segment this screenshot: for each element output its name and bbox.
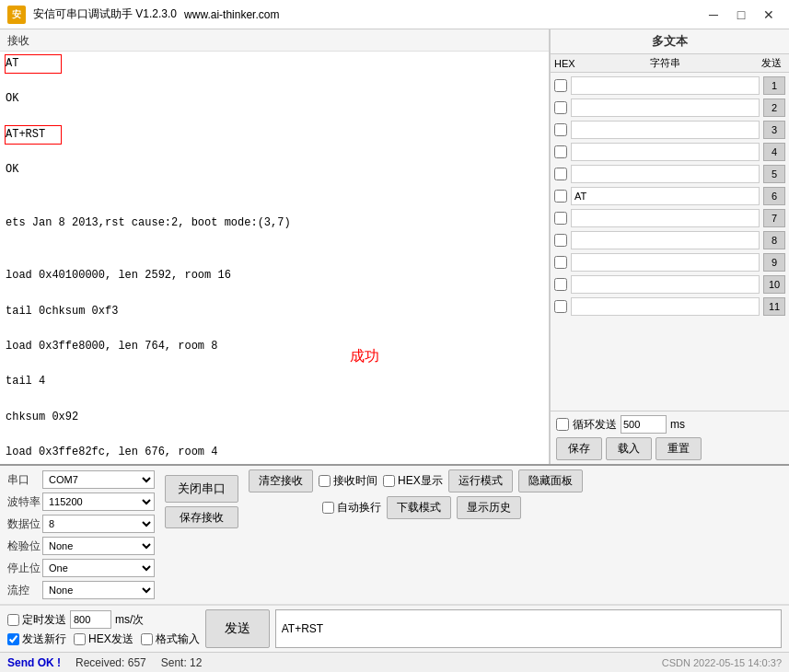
receive-area[interactable]: AT OK AT+RST OK ets Jan 8 2013,rst cause… <box>0 52 549 464</box>
mt-input-9[interactable] <box>571 253 760 272</box>
multitext-row-4: 4 <box>551 141 789 163</box>
multitext-row-1: 1 <box>551 75 789 97</box>
port-select[interactable]: COM7 <box>42 470 155 489</box>
flow-select[interactable]: None <box>42 581 155 599</box>
maximize-button[interactable]: □ <box>728 5 754 25</box>
baud-select[interactable]: 115200 <box>42 492 155 511</box>
recv-time-checkbox[interactable] <box>319 475 331 487</box>
multitext-row-10: 10 <box>551 273 789 295</box>
save-recv-button[interactable]: 保存接收 <box>165 506 238 528</box>
mt-checkbox-4[interactable] <box>554 145 567 158</box>
mt-input-6[interactable] <box>571 187 760 205</box>
loop-send-checkbox[interactable] <box>556 418 569 431</box>
recv-line-load2: load 0x3ffe8000, len 764, room 8 <box>6 338 543 355</box>
mt-checkbox-5[interactable] <box>554 168 567 180</box>
auto-newline-label: 自动换行 <box>322 500 381 516</box>
serial-settings: 串口 COM7 波特率 115200 数据位 8 检验位 No <box>7 469 155 600</box>
mt-input-11[interactable] <box>571 297 760 316</box>
multitext-row-7: 7 <box>551 207 789 229</box>
hex-display-checkbox[interactable] <box>383 475 395 487</box>
send-area: 定时发送 ms/次 发送新行 HEX发送 格式输入 发 <box>0 605 789 652</box>
mt-send-btn-8[interactable]: 8 <box>763 231 785 249</box>
sent-count: Sent: 12 <box>161 656 203 669</box>
timed-interval-input[interactable] <box>70 610 111 629</box>
check-label: 检验位 <box>7 539 42 554</box>
mt-input-5[interactable] <box>571 165 760 183</box>
mt-send-btn-5[interactable]: 5 <box>763 165 785 183</box>
mt-input-1[interactable] <box>571 76 760 95</box>
recv-line-load3: load 0x3ffe82fc, len 676, room 4 <box>6 444 543 461</box>
window-controls: ─ □ ✕ <box>701 5 782 25</box>
send-button[interactable]: 发送 <box>205 609 270 648</box>
mt-checkbox-8[interactable] <box>554 234 567 247</box>
mt-send-btn-7[interactable]: 7 <box>763 209 785 227</box>
auto-newline-checkbox[interactable] <box>322 502 334 514</box>
port-label: 串口 <box>7 472 42 488</box>
mt-send-btn-10[interactable]: 10 <box>763 275 785 294</box>
recv-line-chk1: chksum 0x92 <box>6 409 543 426</box>
timed-unit: ms/次 <box>115 612 144 628</box>
mt-input-4[interactable] <box>571 143 760 161</box>
data-select[interactable]: 8 <box>42 515 155 533</box>
mt-send-btn-4[interactable]: 4 <box>763 143 785 161</box>
open-port-button[interactable]: 关闭串口 <box>165 475 238 503</box>
recv-line-tail1: tail 0chksum 0xf3 <box>6 303 543 320</box>
recv-line-at: AT <box>6 55 61 73</box>
mt-input-7[interactable] <box>571 209 760 227</box>
close-button[interactable]: ✕ <box>756 5 782 25</box>
hide-panel-button[interactable]: 隐藏面板 <box>518 469 583 492</box>
stop-select[interactable]: One <box>42 559 155 577</box>
mt-checkbox-1[interactable] <box>554 79 567 92</box>
mt-checkbox-7[interactable] <box>554 212 567 225</box>
recv-line-ok1: OK <box>6 90 543 108</box>
mt-input-2[interactable] <box>571 98 760 117</box>
loop-interval-input[interactable] <box>621 415 667 434</box>
mt-send-btn-6[interactable]: 6 <box>763 187 785 205</box>
save-button[interactable]: 保存 <box>556 437 602 460</box>
mt-input-8[interactable] <box>571 231 760 249</box>
show-history-button[interactable]: 显示历史 <box>457 496 521 519</box>
load-button[interactable]: 载入 <box>606 437 652 460</box>
data-label: 数据位 <box>7 516 42 532</box>
serial-middle: 关闭串口 保存接收 <box>160 469 243 528</box>
mt-checkbox-3[interactable] <box>554 123 567 136</box>
send-input[interactable] <box>275 609 782 648</box>
timed-send-checkbox[interactable] <box>7 614 19 626</box>
minimize-button[interactable]: ─ <box>701 5 726 25</box>
check-row: 检验位 None <box>7 536 155 556</box>
format-input-checkbox[interactable] <box>141 633 153 645</box>
received-count: Received: 657 <box>75 656 146 669</box>
multitext-row-6: 6 <box>551 185 789 207</box>
newline-checkbox[interactable] <box>7 633 19 645</box>
mt-send-btn-2[interactable]: 2 <box>763 98 785 117</box>
mt-checkbox-10[interactable] <box>554 278 567 291</box>
receive-label: 接收 <box>0 29 549 52</box>
multitext-row-5: 5 <box>551 163 789 185</box>
baud-label: 波特率 <box>7 494 42 510</box>
multitext-rows: 1234567891011 <box>551 73 789 411</box>
mt-input-10[interactable] <box>571 275 760 294</box>
mt-input-3[interactable] <box>571 121 760 139</box>
recv-line-ets: ets Jan 8 2013,rst cause:2, boot mode:(3… <box>6 214 543 232</box>
port-row: 串口 COM7 <box>7 469 155 490</box>
mt-send-btn-9[interactable]: 9 <box>763 253 785 272</box>
reset-button[interactable]: 重置 <box>656 437 702 460</box>
timed-send-label: 定时发送 <box>7 612 66 628</box>
recv-line-load1: load 0x40100000, len 2592, room 16 <box>6 267 543 284</box>
mt-checkbox-9[interactable] <box>554 256 567 269</box>
hex-send-checkbox[interactable] <box>74 633 86 645</box>
download-mode-button[interactable]: 下载模式 <box>387 496 451 519</box>
mt-checkbox-2[interactable] <box>554 101 567 114</box>
mt-checkbox-6[interactable] <box>554 190 567 203</box>
check-select[interactable]: None <box>42 537 155 555</box>
recv-line-tail2: tail 4 <box>6 373 543 390</box>
mt-checkbox-11[interactable] <box>554 300 567 313</box>
recv-time-label: 接收时间 <box>319 473 377 489</box>
titlebar: 安 安信可串口调试助手 V1.2.3.0 www.ai-thinker.com … <box>0 0 789 29</box>
mt-send-btn-11[interactable]: 11 <box>763 297 785 316</box>
run-mode-button[interactable]: 运行模式 <box>448 469 513 492</box>
mt-send-btn-3[interactable]: 3 <box>763 121 785 139</box>
clear-recv-button[interactable]: 清空接收 <box>249 469 313 492</box>
mt-send-btn-1[interactable]: 1 <box>763 76 785 95</box>
footer-buttons: 保存 载入 重置 <box>556 437 783 460</box>
